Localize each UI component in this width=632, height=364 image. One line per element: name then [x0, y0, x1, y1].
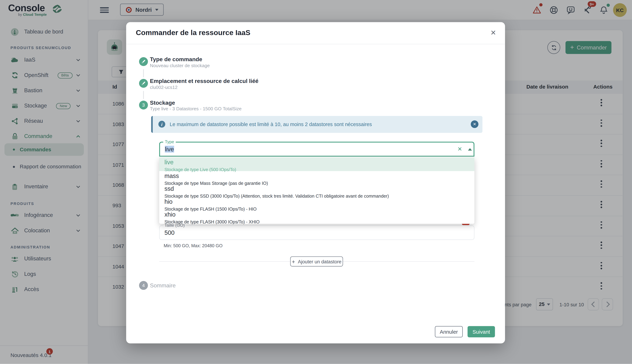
pencil-icon: [141, 81, 146, 86]
step3-number: 3: [142, 102, 145, 108]
step3-indicator: 3: [139, 101, 148, 110]
option-desc: Stockage de type FLASH (3000 IOps/To) - …: [164, 218, 475, 224]
pencil-icon: [141, 59, 146, 64]
option-name: mass: [164, 171, 475, 179]
step2-subtitle: clu002-ucs12: [150, 85, 177, 90]
info-banner: i Le maximum de datastore possible est l…: [151, 116, 482, 133]
clear-icon[interactable]: ✕: [458, 146, 462, 152]
option-ssd[interactable]: ssd Stockage de type SSD (3000 IOps/To) …: [159, 184, 474, 197]
modal-header: Commander de la ressource IaaS ✕: [126, 22, 505, 44]
step-connector: [143, 69, 144, 77]
option-xhio[interactable]: xhio Stockage de type FLASH (3000 IOps/T…: [159, 210, 474, 222]
size-field-value: 500: [164, 229, 174, 236]
app-root: Nordri 9+ KC Con: [0, 0, 632, 364]
option-name: live: [164, 158, 475, 165]
option-name: xhio: [164, 210, 475, 218]
step1-indicator: [139, 57, 148, 66]
step1-title: Type de commande: [150, 56, 202, 62]
step3-title: Stockage: [150, 100, 175, 106]
next-button[interactable]: Suivant: [468, 326, 495, 337]
step4-number: 4: [142, 283, 145, 288]
type-field-value: live: [165, 146, 174, 152]
step4-indicator: 4: [139, 281, 148, 290]
size-helper-text: Min: 500 GO, Max: 20480 GO: [164, 243, 223, 248]
step1-subtitle: Nouveau cluster de stockage: [150, 63, 210, 68]
type-field-label: Type: [163, 139, 176, 144]
option-live[interactable]: live Stockage de type Live (500 IOps/To): [159, 158, 474, 171]
info-banner-text: Le maximum de datastore possible est lim…: [170, 122, 372, 127]
chevron-up-icon[interactable]: [468, 148, 472, 150]
modal-title: Commander de la ressource IaaS: [136, 28, 250, 37]
option-name: ssd: [164, 184, 475, 192]
step4-title: Sommaire: [150, 282, 175, 288]
step2-title: Emplacement et ressource de calcul liéé: [150, 78, 258, 84]
step3-subtitle: Type live - 3 Datastores - 1500 GO Total…: [150, 106, 242, 111]
order-iaas-modal: Commander de la ressource IaaS ✕ Type de…: [126, 22, 505, 343]
info-icon: i: [158, 121, 165, 128]
option-desc: Stockage de type Live (500 IOps/To): [164, 165, 475, 172]
type-options-listbox: live Stockage de type Live (500 IOps/To)…: [159, 158, 474, 224]
step2-indicator: [139, 79, 148, 88]
type-combobox[interactable]: Type live ✕: [159, 142, 474, 156]
plus-icon: +: [292, 258, 295, 264]
option-mass[interactable]: mass Stockage de type Mass Storage (pas …: [159, 171, 474, 184]
banner-close-icon[interactable]: ✕: [471, 120, 479, 128]
close-icon[interactable]: ✕: [491, 28, 496, 37]
option-hio[interactable]: hio Stockage de type FLASH (1500 IOps/To…: [159, 197, 474, 210]
add-datastore-button[interactable]: + Ajouter un datastore: [290, 256, 343, 266]
option-name: hio: [164, 197, 475, 204]
add-datastore-label: Ajouter un datastore: [298, 258, 341, 264]
cancel-button[interactable]: Annuler: [435, 326, 463, 337]
step-connector: [143, 91, 144, 99]
size-input[interactable]: Taille (GO) 500: [159, 226, 474, 240]
